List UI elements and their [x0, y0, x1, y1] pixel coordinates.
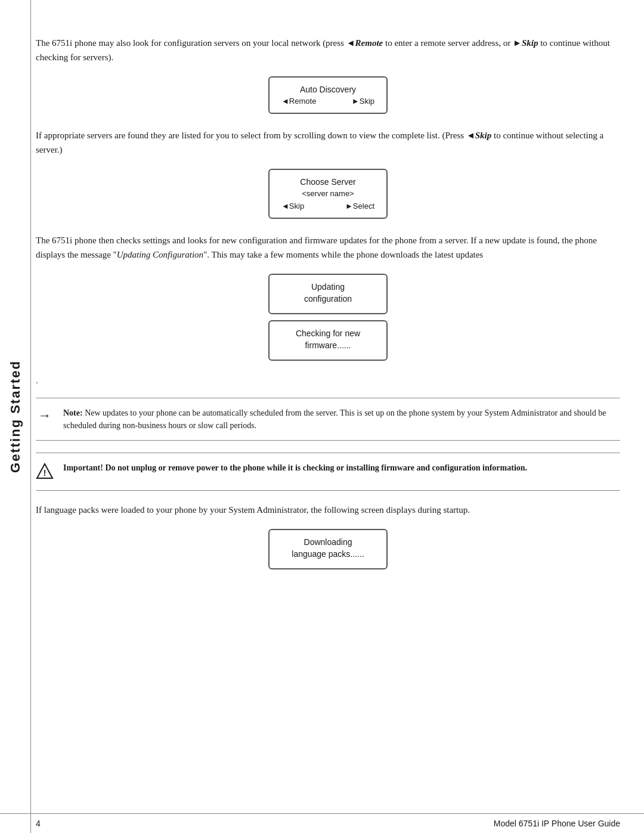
note-box: → Note: New updates to your phone can be…	[36, 398, 620, 441]
auto-discovery-title: Auto Discovery	[281, 85, 374, 94]
main-content: The 6751i phone may also look for config…	[36, 0, 620, 620]
footer: 4 Model 6751i IP Phone User Guide	[0, 813, 644, 833]
p1-italic1: ◄Remote	[346, 38, 383, 48]
p1-mid: to enter a remote server address, or	[383, 38, 513, 48]
choose-server-select-btn: ►Select	[345, 202, 374, 210]
note-label: Note:	[63, 408, 83, 417]
note-text: Note: New updates to your phone can be a…	[63, 407, 620, 432]
svg-text:!: !	[44, 468, 47, 478]
footer-title: Model 6751i IP Phone User Guide	[494, 819, 620, 828]
sidebar-border	[30, 0, 31, 833]
p2-text: If appropriate servers are found they ar…	[36, 131, 466, 140]
paragraph-4: If language packs were loaded to your ph…	[36, 503, 620, 517]
p3-italic: Updating Configuration	[117, 250, 203, 259]
p3-end: ". This may take a few moments while the…	[203, 250, 483, 259]
footer-page-number: 4	[36, 819, 41, 828]
choose-server-screen-container: Choose Server <server name> ◄Skip ►Selec…	[36, 169, 620, 219]
choose-server-skip-btn: ◄Skip	[281, 202, 304, 210]
updating-config-line1: Updating	[281, 282, 374, 292]
warning-text: Important! Do not unplug or remove power…	[63, 462, 527, 474]
dot-separator: .	[36, 375, 620, 386]
note-body: New updates to your phone can be automat…	[63, 408, 606, 430]
choose-server-subtitle: <server name>	[281, 189, 374, 198]
warning-box: ! Important! Do not unplug or remove pow…	[36, 453, 620, 491]
checking-firmware-line1: Checking for new	[281, 329, 374, 338]
warning-body: Important! Do not unplug or remove power…	[63, 463, 527, 472]
auto-discovery-remote-btn: ◄Remote	[281, 97, 316, 106]
auto-discovery-screen-container: Auto Discovery ◄Remote ►Skip	[36, 76, 620, 114]
p1-italic2: ►Skip	[513, 38, 538, 48]
p1-text: The 6751i phone may also look for config…	[36, 38, 346, 48]
downloading-lang-screen-container: Downloading language packs......	[36, 529, 620, 569]
checking-firmware-line2: firmware......	[281, 340, 374, 350]
choose-server-buttons: ◄Skip ►Select	[281, 202, 374, 210]
auto-discovery-buttons: ◄Remote ►Skip	[281, 97, 374, 106]
updating-config-line2: configuration	[281, 294, 374, 304]
note-arrow-icon: →	[36, 408, 54, 423]
warning-triangle-icon: !	[36, 463, 54, 482]
p2-italic: ◄Skip	[466, 131, 491, 140]
paragraph-3: The 6751i phone then checks settings and…	[36, 233, 620, 262]
choose-server-title: Choose Server	[281, 177, 374, 187]
auto-discovery-screen: Auto Discovery ◄Remote ►Skip	[268, 76, 388, 114]
downloading-lang-line1: Downloading	[281, 537, 374, 547]
updating-config-screen: Updating configuration	[268, 274, 388, 314]
sidebar: Getting Started	[0, 0, 31, 833]
firmware-screens-stack: Updating configuration Checking for new …	[36, 274, 620, 361]
paragraph-1: The 6751i phone may also look for config…	[36, 36, 620, 64]
paragraph-2: If appropriate servers are found they ar…	[36, 128, 620, 157]
checking-firmware-screen: Checking for new firmware......	[268, 320, 388, 361]
auto-discovery-skip-btn: ►Skip	[352, 97, 374, 106]
downloading-lang-line2: language packs......	[281, 549, 374, 559]
sidebar-label: Getting Started	[8, 360, 23, 473]
downloading-lang-screen: Downloading language packs......	[268, 529, 388, 569]
choose-server-screen: Choose Server <server name> ◄Skip ►Selec…	[268, 169, 388, 219]
